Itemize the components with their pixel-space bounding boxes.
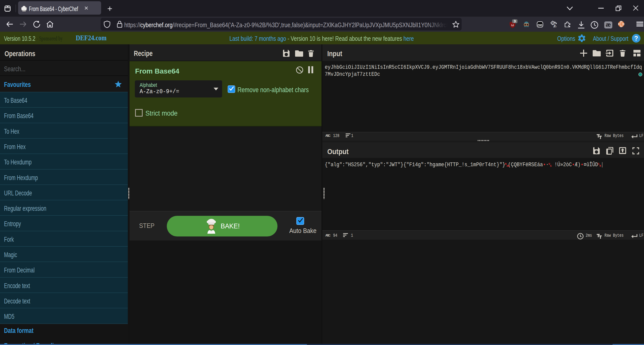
svg-text:ABC: ABC [325,134,331,137]
svg-text:ABC: ABC [325,234,331,237]
svg-text:あ: あ [553,24,556,27]
svg-text:ω: ω [511,23,514,27]
